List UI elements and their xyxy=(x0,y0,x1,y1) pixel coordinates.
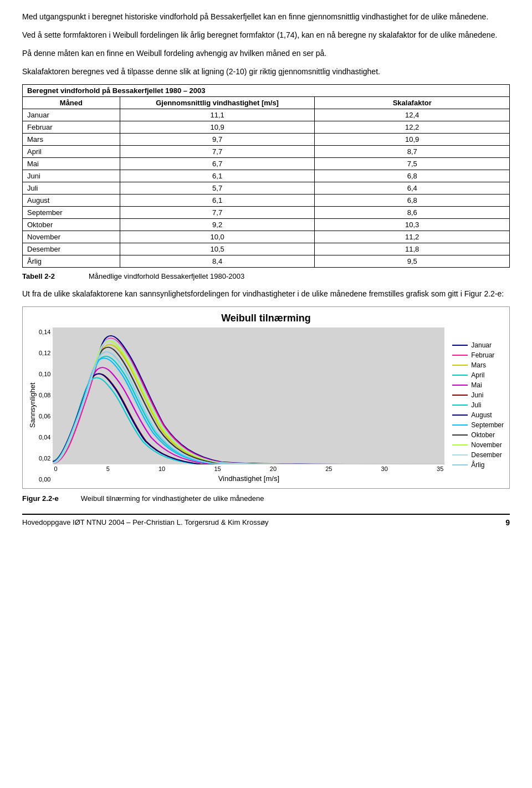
legend-line-icon xyxy=(452,464,468,465)
y-tick: 0,06 xyxy=(39,413,50,419)
legend-label: Oktober xyxy=(471,431,495,439)
table-row: November10,011,2 xyxy=(23,231,510,243)
table-row: Mars9,710,9 xyxy=(23,134,510,146)
chart-plot-container: 0,140,120,100,080,060,040,020,00 xyxy=(39,328,444,483)
legend-item: November xyxy=(452,441,504,449)
legend-item: September xyxy=(452,421,504,429)
y-tick: 0,14 xyxy=(39,329,50,335)
x-axis-label: Vindhastighet [m/s] xyxy=(53,474,444,483)
x-axis-ticks: 05101520253035 xyxy=(53,465,444,472)
figure-caption: Figur 2.2-e Weibull tilnærming for vindh… xyxy=(22,494,510,503)
legend-item: Juni xyxy=(452,391,504,399)
col-header-speed: Gjennomsnittlig vindhastighet [m/s] xyxy=(120,97,315,109)
legend-label: November xyxy=(471,441,502,449)
x-tick: 20 xyxy=(270,465,277,472)
legend-label: Mars xyxy=(471,361,486,369)
table-row: September7,78,6 xyxy=(23,207,510,219)
x-tick: 15 xyxy=(214,465,221,472)
x-tick: 30 xyxy=(381,465,388,472)
table-row: Oktober9,210,3 xyxy=(23,219,510,231)
chart-svg xyxy=(53,328,444,464)
table-row: Juni6,16,8 xyxy=(23,170,510,182)
legend-line-icon xyxy=(452,365,468,366)
table-row: Årlig8,49,5 xyxy=(23,255,510,268)
chart-section: Weibull tilnærming Sannsynlighet 0,140,1… xyxy=(22,306,510,489)
chart-intro-text: Ut fra de ulike skalafaktorene kan sanns… xyxy=(22,288,510,300)
y-tick: 0,02 xyxy=(39,455,50,462)
legend-label: Årlig xyxy=(471,461,484,469)
legend-item: Januar xyxy=(452,341,504,349)
legend-label: April xyxy=(471,371,484,379)
paragraph-3: På denne måten kan en finne en Weibull f… xyxy=(22,48,510,59)
table-main-title: Beregnet vindforhold på Bessakerfjellet … xyxy=(23,85,510,97)
legend-item: Desember xyxy=(452,451,504,459)
table-caption: Tabell 2-2 Månedlige vindforhold Bessake… xyxy=(22,272,510,280)
legend-item: April xyxy=(452,371,504,379)
y-tick: 0,08 xyxy=(39,392,50,398)
table-row: Juli5,76,4 xyxy=(23,182,510,195)
legend-line-icon xyxy=(452,395,468,396)
col-header-month: Måned xyxy=(23,97,120,109)
legend-line-icon xyxy=(452,345,468,346)
legend-label: Desember xyxy=(471,451,502,459)
legend-label: Mai xyxy=(471,381,482,389)
legend-line-icon xyxy=(452,415,468,416)
x-tick: 35 xyxy=(437,465,443,472)
legend-label: Februar xyxy=(471,351,494,359)
legend-line-icon xyxy=(452,405,468,406)
figure-caption-text: Weibull tilnærming for vindhastigheter d… xyxy=(81,494,264,503)
legend-line-icon xyxy=(452,434,468,436)
y-axis-label: Sannsynlighet xyxy=(28,328,37,483)
legend-item: August xyxy=(452,411,504,419)
table-row: April7,78,7 xyxy=(23,146,510,158)
figure-caption-label: Figur 2.2-e xyxy=(22,494,59,503)
legend-line-icon xyxy=(452,454,468,456)
legend-item: Juli xyxy=(452,401,504,409)
col-header-factor: Skalafaktor xyxy=(315,97,510,109)
legend-line-icon xyxy=(452,444,468,446)
table-row: August6,16,8 xyxy=(23,195,510,207)
caption-label: Tabell 2-2 xyxy=(22,272,66,280)
paragraph-2: Ved å sette formfaktoren i Weibull forde… xyxy=(22,29,510,41)
chart-inner: Sannsynlighet 0,140,120,100,080,060,040,… xyxy=(28,328,504,483)
legend-label: Januar xyxy=(471,341,492,349)
legend-line-icon xyxy=(452,424,468,426)
table-row: Mai6,77,5 xyxy=(23,158,510,170)
paragraph-1: Med utgangspunkt i beregnet historiske v… xyxy=(22,11,510,23)
table-row: Februar10,912,2 xyxy=(23,121,510,134)
legend-item: Oktober xyxy=(452,431,504,439)
legend-line-icon xyxy=(452,355,468,356)
x-tick: 0 xyxy=(54,465,57,472)
legend-item: Mars xyxy=(452,361,504,369)
paragraph-4: Skalafaktoren beregnes ved å tilpasse de… xyxy=(22,66,510,78)
x-tick: 10 xyxy=(158,465,165,472)
y-tick: 0,10 xyxy=(39,371,50,377)
y-axis-ticks: 0,140,120,100,080,060,040,020,00 xyxy=(39,328,53,483)
table-row: Desember10,511,8 xyxy=(23,243,510,255)
legend-label: Juli xyxy=(471,401,481,409)
y-tick: 0,12 xyxy=(39,350,50,356)
y-tick: 0,04 xyxy=(39,434,50,441)
legend-item: Årlig xyxy=(452,461,504,469)
caption-text: Månedlige vindforhold Bessakerfjellet 19… xyxy=(89,272,244,280)
y-tick: 0,00 xyxy=(39,476,50,483)
wind-data-table: Beregnet vindforhold på Bessakerfjellet … xyxy=(22,84,510,268)
chart-title: Weibull tilnærming xyxy=(28,313,504,324)
table-row: Januar11,112,4 xyxy=(23,109,510,121)
chart-legend: JanuarFebruarMarsAprilMaiJuniJuliAugustS… xyxy=(452,328,504,483)
legend-item: Februar xyxy=(452,351,504,359)
footer: Hovedoppgave IØT NTNU 2004 – Per-Christi… xyxy=(22,514,510,527)
legend-line-icon xyxy=(452,385,468,386)
chart-plot-area xyxy=(53,328,444,464)
footer-left: Hovedoppgave IØT NTNU 2004 – Per-Christi… xyxy=(22,518,269,527)
x-tick: 25 xyxy=(325,465,332,472)
legend-line-icon xyxy=(452,375,468,376)
footer-right: 9 xyxy=(505,518,510,527)
legend-label: August xyxy=(471,411,492,419)
x-tick: 5 xyxy=(106,465,110,472)
legend-label: Juni xyxy=(471,391,483,399)
legend-label: September xyxy=(471,421,504,429)
legend-item: Mai xyxy=(452,381,504,389)
